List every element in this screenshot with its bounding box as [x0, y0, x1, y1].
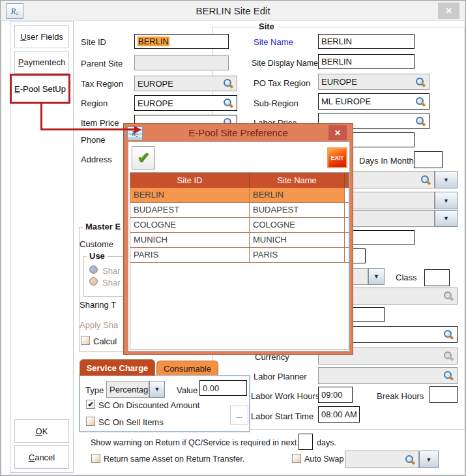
type-select[interactable]: Percentage — [106, 381, 149, 398]
po-tax-region-label: PO Tax Region — [254, 78, 310, 88]
labor-start-time-label: Labor Start Time — [251, 411, 313, 421]
item-price-label: Item Price — [81, 118, 119, 128]
value-label: Value — [177, 385, 197, 395]
close-icon[interactable]: ✕ — [438, 3, 459, 19]
search-icon[interactable] — [443, 329, 454, 340]
epool-table-row[interactable]: COLOGNECOLOGNE — [130, 218, 349, 233]
return-same-asset-checkbox[interactable] — [91, 454, 100, 463]
class-label: Class — [396, 273, 417, 282]
popup-body: ✔ EXIT Site IDSite Name BERLINBERLINBUDA… — [128, 141, 350, 351]
site-edit-window: R₂ BERLIN Site Edit ✕ User Fields Paymen… — [0, 0, 466, 476]
epool-table-cell[interactable]: PARIS — [250, 248, 345, 262]
site-groupbox-caption: Site — [256, 22, 277, 31]
epool-table-row[interactable]: PARISPARIS — [130, 248, 349, 263]
qc-warning-days-input[interactable] — [299, 434, 313, 450]
return-same-asset-label: Return same Asset on Return Transfer. — [104, 454, 244, 464]
search-icon[interactable] — [405, 454, 415, 465]
ok-mnemonic: O — [36, 426, 42, 436]
break-hours-input[interactable] — [430, 386, 458, 403]
search-icon[interactable] — [415, 77, 426, 87]
search-icon[interactable] — [420, 175, 431, 185]
annotation-line-vertical — [40, 104, 42, 130]
epool-table-cell[interactable]: MUNICH — [130, 233, 250, 247]
epool-table-cell[interactable]: BERLIN — [130, 188, 250, 202]
sc-discounted-label: SC On Discounted Amount — [98, 400, 199, 410]
labor-planner-label: Labor Planner — [254, 372, 307, 381]
user-fields-button[interactable]: User Fields — [14, 25, 69, 48]
use-groupbox-caption: Use — [87, 251, 108, 261]
auto-swap-label: Auto Swap — [304, 454, 343, 464]
search-icon[interactable] — [415, 116, 426, 126]
popup-title: E-Pool Site Preference — [124, 127, 353, 138]
paymentech-button[interactable]: Paymentech — [14, 51, 69, 74]
chevron-down-icon[interactable]: ▼ — [149, 381, 165, 398]
labor-work-hours-input[interactable]: 09:00 — [318, 387, 353, 403]
exit-button[interactable]: EXIT — [327, 147, 347, 168]
chevron-down-icon[interactable]: ▼ — [435, 171, 458, 188]
tab-service-charge[interactable]: Service Charge — [80, 359, 155, 376]
chevron-down-icon[interactable]: ▼ — [435, 210, 458, 227]
epool-table-row[interactable]: BUDAPESTBUDAPEST — [130, 203, 349, 218]
sc-sell-items-checkbox[interactable] — [86, 417, 95, 426]
sc-discounted-checkbox[interactable]: ✔ — [86, 400, 95, 409]
sub-region-label: Sub-Region — [254, 98, 299, 108]
labor-start-time-input[interactable]: 08:00 AM — [318, 406, 360, 423]
site-display-name-input[interactable]: BERLIN — [318, 54, 415, 69]
epool-table-cell[interactable]: BERLIN — [250, 188, 345, 202]
region-input[interactable]: EUROPE — [134, 95, 237, 111]
days-in-month-label: Days In Month — [359, 156, 414, 166]
qc-warning-days-suffix: days. — [317, 438, 336, 447]
apply-sharing-label: Apply Sha — [80, 320, 118, 330]
sharing-radio-2[interactable] — [89, 277, 98, 286]
search-icon — [443, 291, 454, 301]
epool-table-row[interactable]: BERLINBERLIN — [130, 188, 349, 203]
master-groupbox-caption: Master E — [83, 222, 123, 231]
search-icon[interactable] — [443, 370, 454, 381]
chevron-down-icon[interactable]: ▼ — [435, 192, 458, 209]
auto-swap-checkbox[interactable] — [292, 454, 301, 463]
epool-table-cell[interactable]: BUDAPEST — [250, 203, 345, 217]
ok-button[interactable]: OK — [14, 419, 69, 443]
value-input[interactable]: 0.00 — [199, 380, 247, 396]
site-id-label: Site ID — [81, 37, 106, 47]
sub-region-value: ML EUROPE — [321, 97, 371, 106]
sharing-radio-1[interactable] — [89, 265, 98, 274]
sub-region-input[interactable]: ML EUROPE — [318, 93, 430, 110]
chevron-down-icon[interactable]: ▼ — [419, 451, 439, 468]
epool-table-cell[interactable]: COLOGNE — [130, 218, 250, 232]
cancel-label: ancel — [35, 453, 55, 462]
epool-setup-button[interactable]: E-Pool SetUp — [10, 74, 70, 104]
epool-column-header[interactable]: Site ID — [130, 173, 250, 188]
days-in-month-input[interactable] — [414, 151, 443, 168]
confirm-button[interactable]: ✔ — [132, 146, 155, 170]
search-icon[interactable] — [223, 98, 233, 108]
po-tax-region-input: EUROPE — [318, 74, 430, 90]
address-label: Address — [81, 155, 112, 164]
epool-column-header[interactable]: Site Name — [250, 173, 345, 188]
epool-table-cell[interactable]: COLOGNE — [250, 218, 345, 232]
value-value: 0.00 — [203, 383, 219, 393]
chevron-down-icon[interactable]: ▼ — [368, 268, 385, 285]
epool-table-cell[interactable]: PARIS — [130, 248, 250, 262]
search-icon — [443, 351, 454, 361]
calculate-checkbox[interactable] — [81, 336, 90, 345]
paymentech-mnemonic: P — [18, 57, 24, 67]
labor-work-hours-label: Labor Work Hours — [251, 391, 319, 401]
tab-consumable[interactable]: Consumable — [156, 361, 218, 376]
sharing-type-label: Sharing T — [80, 300, 116, 310]
cancel-button[interactable]: Cancel — [14, 445, 69, 469]
epool-table-cell[interactable]: MUNICH — [250, 233, 345, 247]
tax-region-value: EUROPE — [138, 79, 173, 89]
auto-swap-lookup — [345, 451, 419, 468]
epool-table-cell[interactable]: BUDAPEST — [130, 203, 250, 217]
search-icon[interactable] — [223, 78, 233, 89]
site-name-input[interactable]: BERLIN — [318, 34, 415, 49]
popup-close-icon[interactable]: ✕ — [328, 125, 347, 140]
paymentech-label: aymentech — [24, 57, 66, 67]
epool-table-row[interactable]: MUNICHMUNICH — [130, 233, 349, 248]
search-icon[interactable] — [415, 97, 426, 107]
site-id-input[interactable]: BERLIN — [134, 34, 229, 49]
class-input[interactable] — [424, 269, 450, 286]
labor-work-hours-value: 09:00 — [321, 390, 343, 400]
more-options-button[interactable]: ... — [230, 406, 248, 424]
